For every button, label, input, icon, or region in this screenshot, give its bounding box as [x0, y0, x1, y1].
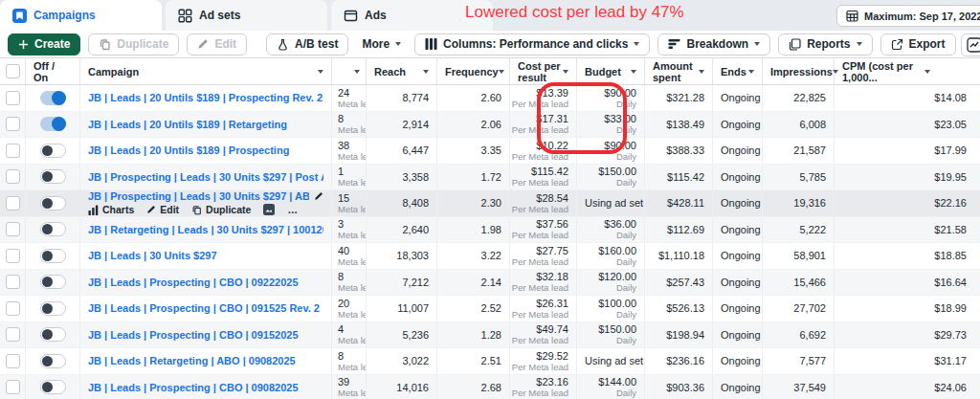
cell-budget: $90.00Daily: [577, 138, 645, 164]
cell-cpm: $16.64: [835, 270, 980, 296]
row-checkbox[interactable]: [6, 169, 20, 184]
more-button[interactable]: More: [356, 33, 407, 55]
row-checkbox[interactable]: [6, 327, 20, 342]
cell-campaign: JB | Prospecting | Leads | 30 Units $297…: [80, 165, 332, 190]
row-checkbox[interactable]: [6, 380, 20, 394]
campaign-toggle[interactable]: [40, 301, 66, 316]
campaign-link[interactable]: JB | Leads | 30 Units $297: [88, 250, 217, 261]
breakdown-button[interactable]: Breakdown: [657, 33, 770, 55]
header-ends[interactable]: Ends: [713, 58, 763, 84]
duplicate-button[interactable]: Duplicate: [88, 33, 179, 55]
campaign-link[interactable]: JB | Leads | Prospecting | CBO | 091525 …: [88, 302, 320, 314]
edit-button[interactable]: Edit: [187, 33, 247, 55]
edit-name-icon[interactable]: [314, 191, 323, 201]
row-checkbox[interactable]: [6, 275, 20, 289]
campaign-link[interactable]: JB | Leads | 20 Untils $189 | Retargetin…: [88, 119, 287, 130]
cell-results: 1Meta leads: [332, 165, 367, 190]
campaign-link[interactable]: JB | Leads | Prospecting | CBO | 0922202…: [88, 277, 299, 288]
cell-checkbox: [0, 112, 26, 138]
header-reach[interactable]: Reach: [367, 58, 437, 84]
cell-frequency: 2.60: [437, 85, 510, 111]
header-amount-spent[interactable]: Amount spent: [645, 58, 713, 84]
export-button[interactable]: Export: [880, 33, 956, 55]
row-checkbox[interactable]: [6, 117, 20, 131]
row-checkbox[interactable]: [6, 196, 20, 211]
campaign-toggle[interactable]: [40, 380, 66, 394]
campaign-link[interactable]: JB | Retargeting | Leads | 30 Units $297…: [88, 224, 323, 235]
campaign-link[interactable]: JB | Leads | Prospecting | CBO | 0908202…: [88, 382, 299, 393]
campaign-toggle[interactable]: [40, 222, 66, 236]
cell-cpm: $17.99: [835, 138, 980, 164]
cell-checkbox: [0, 190, 26, 216]
columns-button[interactable]: Columns: Performance and clicks: [414, 33, 650, 55]
breakdown-icon: [668, 38, 680, 50]
sort-caret-icon: [499, 70, 504, 74]
table-row: JB | Prospecting | Leads | 30 Units $297…: [0, 165, 980, 191]
cell-amount-spent: $903.36: [645, 375, 713, 399]
campaign-link[interactable]: JB | Leads | 20 Untils $189 | Prospectin…: [88, 144, 289, 156]
table-row: JB | Leads | Prospecting | CBO | 0922202…: [0, 270, 980, 297]
campaign-link[interactable]: JB | Leads | 20 Untils $189 | Prospectin…: [88, 92, 323, 103]
campaign-link[interactable]: JB | Leads | Prospecting | CBO | 0915202…: [88, 329, 299, 341]
cell-ends: Ongoing: [713, 375, 763, 399]
cell-checkbox: [0, 322, 26, 348]
more-actions[interactable]: …: [287, 204, 298, 215]
row-checkbox[interactable]: [6, 354, 20, 368]
header-impressions[interactable]: Impressions: [763, 58, 835, 84]
cell-budget: $33.00Daily: [577, 112, 645, 138]
cell-results: 4Meta leads: [332, 322, 367, 348]
cell-cpm: $24.06: [835, 375, 980, 399]
row-checkbox[interactable]: [6, 301, 20, 316]
campaign-toggle[interactable]: [40, 327, 66, 342]
header-results[interactable]: [332, 58, 367, 84]
row-checkbox[interactable]: [6, 249, 20, 263]
campaign-toggle[interactable]: [40, 354, 66, 368]
header-frequency[interactable]: Frequency: [437, 58, 510, 84]
cell-campaign: JB | Leads | Prospecting | CBO | 0908202…: [80, 375, 332, 399]
edit-action[interactable]: Edit: [146, 204, 179, 215]
charts-panel-button[interactable]: [961, 33, 980, 56]
ab-test-button[interactable]: A/B test: [266, 33, 348, 55]
campaign-toggle[interactable]: [40, 117, 66, 131]
cell-frequency: 1.28: [437, 322, 510, 348]
header-budget[interactable]: Budget: [577, 58, 645, 84]
tab-campaigns[interactable]: Campaigns: [0, 0, 162, 31]
cell-ends: Ongoing: [713, 165, 763, 190]
campaign-toggle[interactable]: [40, 196, 66, 211]
campaign-toggle[interactable]: [40, 249, 66, 263]
cell-results: 8Meta leads: [332, 348, 367, 374]
tab-ad-sets[interactable]: Ad sets: [166, 0, 327, 31]
header-campaign[interactable]: Campaign: [80, 58, 332, 84]
campaign-toggle[interactable]: [40, 91, 66, 105]
cell-reach: 3,358: [367, 165, 437, 190]
campaign-toggle[interactable]: [40, 169, 66, 184]
row-checkbox[interactable]: [6, 222, 20, 236]
cell-cpm: $22.16: [835, 190, 980, 216]
campaign-link[interactable]: JB | Leads | Retargeting | ABO | 0908202…: [88, 355, 296, 366]
campaign-toggle[interactable]: [40, 275, 66, 289]
table-row: JB | Leads | 20 Untils $189 | Prospectin…: [0, 138, 980, 165]
cell-impressions: 6,692: [763, 322, 835, 348]
row-checkbox[interactable]: [6, 91, 20, 105]
select-all-checkbox[interactable]: [6, 64, 20, 78]
cell-budget: $160.00Daily: [577, 243, 645, 269]
cell-campaign: JB | Leads | Retargeting | ABO | 0908202…: [80, 348, 332, 374]
cell-results: 39Meta leads: [332, 375, 367, 399]
cell-campaign: JB | Leads | 20 Untils $189 | Prospectin…: [80, 138, 332, 164]
campaign-toggle[interactable]: [40, 144, 66, 158]
reports-button[interactable]: Reports: [778, 33, 872, 55]
date-range-button[interactable]: Maximum: Sep 17, 2022 – Oct 17,: [836, 5, 980, 27]
cell-campaign: JB | Leads | Prospecting | CBO | 0915202…: [80, 322, 332, 348]
media-icon[interactable]: [263, 204, 275, 215]
campaign-link[interactable]: JB | Prospecting | Leads | 30 Units $297…: [88, 190, 309, 202]
columns-icon: [425, 38, 437, 50]
header-cpm[interactable]: CPM (cost per 1,000...: [835, 58, 980, 84]
cell-reach: 14,016: [367, 375, 437, 399]
row-checkbox[interactable]: [6, 144, 20, 158]
cell-campaign: JB | Leads | 20 Untils $189 | Retargetin…: [80, 112, 332, 138]
charts-action[interactable]: Charts: [88, 204, 134, 215]
create-button[interactable]: Create: [8, 33, 80, 55]
duplicate-action[interactable]: Duplicate: [191, 204, 251, 215]
header-cost-per-result[interactable]: Cost per result: [510, 58, 577, 84]
campaign-link[interactable]: JB | Prospecting | Leads | 30 Units $297…: [88, 171, 323, 183]
